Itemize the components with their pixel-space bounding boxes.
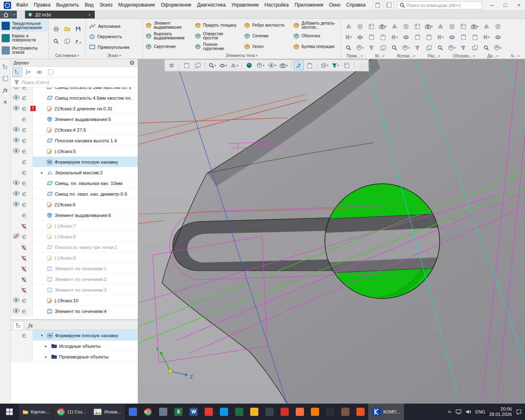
ribbon-command-icon[interactable] [343, 21, 354, 32]
components-panel-icon[interactable] [1, 74, 9, 82]
collapsed-group-label[interactable]: Ч...▾ [511, 54, 519, 58]
rotate-view-button[interactable]: ▾ [218, 61, 228, 70]
tree-item[interactable]: ∈(-)Эскиз:7 [11, 221, 138, 231]
ribbon-command-icon[interactable] [412, 21, 423, 32]
volume-icon[interactable] [466, 409, 471, 414]
visibility-eye-icon[interactable] [13, 180, 20, 187]
tree-item-content[interactable]: ▸Исходные объекты [33, 341, 138, 352]
image-capture-button[interactable]: ▾ [278, 61, 289, 70]
expand-caret-icon[interactable]: ▸ [45, 344, 49, 348]
ribbon-command-icon[interactable] [435, 21, 446, 32]
ribbon-command-icon[interactable] [412, 43, 423, 53]
zoom-button[interactable]: ▾ [207, 61, 217, 70]
gear-icon[interactable] [129, 60, 135, 66]
ribbon-add-part-button[interactable]: Добавить деталь-заготов... [292, 20, 338, 31]
tree-item-content[interactable]: Элемент по сечениям:4 [33, 306, 138, 317]
snap-grid-button[interactable] [167, 61, 177, 70]
taskbar-pinned-app[interactable] [277, 404, 292, 420]
ribbon-command-icon[interactable]: ▾ [423, 21, 434, 32]
object-properties-button[interactable] [342, 61, 352, 70]
tree-item-content[interactable]: (-)Эскиз:10 [33, 295, 138, 306]
tree-item[interactable]: ∈Смещ. пл. овальная кан. 10мм [11, 178, 138, 189]
ribbon-save-button[interactable] [73, 23, 83, 34]
area-selection-button[interactable] [46, 68, 55, 77]
language-indicator[interactable]: ENG [475, 409, 485, 414]
tree-item-content[interactable]: (!)Эскиз:6 [33, 199, 138, 210]
tree-item[interactable]: ∈Смещ плоскость 4.5мм хвостик пл. [11, 93, 138, 103]
tree-item[interactable]: ∈(-)Эскиз:10 [11, 295, 138, 306]
ribbon-command-icon[interactable] [389, 21, 400, 32]
ribbon-command-icon[interactable] [458, 21, 469, 32]
ribbon-command-icon[interactable] [469, 32, 480, 42]
ribbon-command-icon[interactable]: ▾ [343, 32, 354, 42]
ribbon-command-icon[interactable] [469, 43, 480, 53]
taskbar-app-button[interactable]: Искаж... [90, 404, 125, 420]
visibility-eye-icon[interactable] [13, 148, 20, 155]
tree-item[interactable]: ∈Плоскость через три точки:1 [11, 242, 138, 253]
orientation-cube-button[interactable] [244, 61, 254, 70]
tree-item-content[interactable]: (-)Эскиз:9 [33, 253, 138, 263]
home-button[interactable] [0, 11, 11, 18]
ribbon-command-icon[interactable]: ▾ [389, 32, 400, 42]
tree-item[interactable]: ∈Элемент по сечениям:1 [11, 263, 138, 274]
menu-item[interactable]: Выделить [53, 0, 82, 10]
taskbar-pinned-app[interactable]: X [171, 404, 186, 420]
ribbon-rib-button[interactable]: Ребро жесткости [243, 20, 289, 31]
expand-caret-icon[interactable]: ▸ [41, 171, 45, 175]
tree-item-content[interactable]: Элемент по сечениям:3 [33, 285, 138, 295]
ribbon-command-icon[interactable]: ▾ [400, 43, 411, 53]
interface-layout-icon[interactable] [384, 1, 394, 9]
taskbar-app-button[interactable]: (1) Соз... [53, 404, 90, 420]
ribbon-command-icon[interactable] [446, 32, 457, 42]
tree-search[interactable] [11, 78, 138, 87]
ribbon-command-icon[interactable] [389, 43, 400, 53]
tree-item[interactable]: ∈Элемент по сечениям:2 [11, 274, 138, 285]
visibility-eye-off-icon[interactable] [13, 233, 20, 240]
collapsed-group-label[interactable]: Вспом...▾ [397, 54, 415, 58]
menu-item[interactable]: Эскиз [96, 0, 115, 10]
tree-item-content[interactable]: Элемент выдавливания:5 [33, 114, 138, 125]
tree-structure-button[interactable] [12, 68, 22, 77]
taskbar-pinned-app[interactable] [247, 404, 262, 420]
ribbon-command-icon[interactable] [354, 32, 365, 42]
tree-item[interactable]: ∈Смещ плоскость 3мм хвостик пл. к [11, 87, 138, 93]
tree-item-content[interactable]: Смещ пл. овал. кан. диаметр-0.9 [33, 189, 138, 199]
tree-item-content[interactable]: Формируем плоскую канавку [33, 157, 138, 167]
command-search-input[interactable] [406, 3, 480, 8]
tree-item[interactable]: ∈▸Зеркальный массив:2 [11, 167, 138, 178]
toolset-wireframe-surfaces[interactable]: Каркас и поверхности [0, 32, 48, 44]
ribbon-command-icon[interactable]: ▾ [354, 43, 365, 53]
layers-button[interactable]: ▾ [320, 61, 330, 70]
tree-item-content[interactable]: Смещ плоскость 3мм хвостик пл. к [33, 87, 138, 93]
visibility-eye-icon[interactable] [13, 308, 20, 315]
tree-item[interactable]: ∈(-)Эскиз:9 [11, 253, 138, 263]
ribbon-rectangle-button[interactable]: Прямоугольник [88, 42, 140, 52]
tree-view-tab[interactable] [13, 321, 24, 330]
ribbon-full-fillet-button[interactable]: Полное скругление [194, 41, 240, 52]
visibility-eye-icon[interactable] [13, 105, 20, 112]
ribbon-cut-extrude-button[interactable]: Вырезать выдавливанием [145, 31, 191, 41]
tree-relations-button[interactable] [34, 68, 44, 77]
taskbar-pinned-app[interactable] [232, 404, 247, 420]
taskbar-app-button[interactable]: Картин... [19, 404, 53, 420]
menu-item[interactable]: Файл [13, 0, 31, 10]
tree-item-content[interactable]: ▸Зеркальный массив:2 [33, 167, 138, 178]
ribbon-command-icon[interactable] [377, 43, 388, 53]
tree-item-content[interactable]: Элемент выдавливания:6 [33, 210, 138, 221]
taskbar-kompas-button[interactable]: КОМП... [368, 404, 404, 420]
tree-item[interactable]: ∈(-)Эскиз:5 [11, 146, 138, 157]
tree-item-content[interactable]: (-)Эскиз:8 [33, 231, 138, 242]
ribbon-fillet-button[interactable]: Скругление [145, 41, 191, 52]
ribbon-command-icon[interactable] [492, 21, 503, 32]
minimize-button[interactable]: ─ [486, 0, 498, 11]
tree-item[interactable]: ∈Элемент по сечениям:4 [11, 306, 138, 317]
collapsed-group-label[interactable]: М...▾ [375, 54, 384, 58]
ribbon-command-icon[interactable] [458, 43, 469, 53]
ribbon-command-icon[interactable] [400, 21, 411, 32]
toolset-solid-modeling[interactable]: Твердотельное моделирование [0, 20, 48, 32]
ribbon-print-button[interactable] [51, 23, 61, 34]
ribbon-shell-button[interactable]: Оболочка [292, 31, 338, 41]
tree-item-content[interactable]: Смещ. пл. овальная кан. 10мм [33, 178, 138, 189]
tree-item[interactable]: ∈(!)Эскиз:6 [11, 199, 138, 210]
taskbar-pinned-app[interactable] [262, 404, 277, 420]
